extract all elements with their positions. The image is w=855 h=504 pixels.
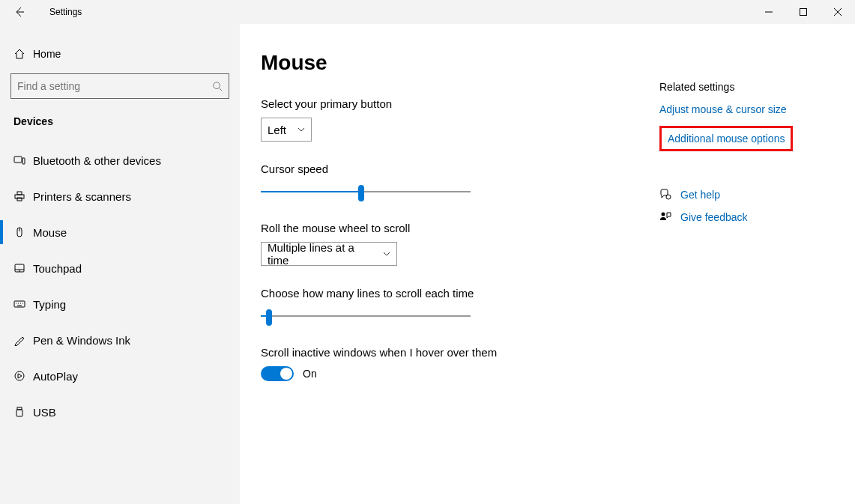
svg-rect-9 — [14, 301, 25, 307]
svg-point-13 — [666, 195, 671, 199]
mouse-icon — [13, 226, 25, 238]
close-icon — [834, 8, 842, 16]
usb-icon — [13, 406, 25, 418]
sidebar-item-label: Typing — [33, 298, 66, 311]
cursor-speed-slider[interactable] — [261, 183, 471, 201]
touchpad-icon — [13, 262, 25, 274]
home-icon — [13, 48, 25, 60]
search-icon — [212, 81, 223, 91]
sidebar-item-bluetooth[interactable]: Bluetooth & other devices — [0, 142, 240, 178]
title-bar: Settings — [0, 0, 855, 24]
minimize-icon — [765, 8, 773, 16]
sidebar-item-label: AutoPlay — [33, 370, 78, 383]
section-label: Devices — [0, 108, 240, 135]
svg-rect-2 — [14, 157, 22, 163]
help-icon — [659, 189, 671, 201]
svg-point-1 — [214, 82, 220, 89]
printer-icon — [13, 190, 25, 202]
additional-mouse-options-link[interactable]: Additional mouse options — [659, 126, 793, 151]
adjust-mouse-link[interactable]: Adjust mouse & cursor size — [659, 103, 793, 115]
get-help-label: Get help — [680, 189, 720, 201]
maximize-icon — [800, 8, 807, 16]
sidebar-item-label: USB — [33, 406, 56, 419]
window-title: Settings — [49, 7, 82, 17]
search-field[interactable] — [17, 80, 212, 92]
chevron-down-icon — [383, 252, 390, 256]
autoplay-icon — [13, 370, 25, 382]
inactive-scroll-label: Scroll inactive windows when I hover ove… — [261, 346, 650, 359]
sidebar-item-mouse[interactable]: Mouse — [0, 214, 240, 250]
sidebar-item-printers[interactable]: Printers & scanners — [0, 178, 240, 214]
sidebar-item-usb[interactable]: USB — [0, 394, 240, 430]
pen-icon — [13, 334, 25, 346]
primary-button-label: Select your primary button — [261, 97, 650, 110]
svg-rect-5 — [17, 192, 22, 195]
nav-list: Bluetooth & other devices Printers & sca… — [0, 142, 240, 430]
scroll-mode-label: Roll the mouse wheel to scroll — [261, 222, 650, 234]
get-help-link[interactable]: Get help — [659, 189, 793, 201]
page-title: Mouse — [261, 51, 650, 75]
lines-slider[interactable] — [261, 307, 471, 325]
sidebar-item-pen[interactable]: Pen & Windows Ink — [0, 322, 240, 358]
keyboard-icon — [13, 298, 25, 310]
svg-point-14 — [662, 213, 665, 216]
cursor-speed-label: Cursor speed — [261, 163, 650, 175]
arrow-left-icon — [13, 6, 25, 18]
primary-button-select[interactable]: Left — [261, 118, 312, 142]
sidebar: Home Devices Bluetooth & other devices P… — [0, 24, 240, 504]
chevron-down-icon — [297, 127, 305, 132]
close-button[interactable] — [821, 0, 855, 24]
minimize-button[interactable] — [752, 0, 786, 24]
search-input[interactable] — [10, 73, 229, 99]
scroll-mode-select[interactable]: Multiple lines at a time — [261, 242, 397, 266]
back-button[interactable] — [13, 6, 36, 18]
related-heading: Related settings — [659, 81, 793, 93]
feedback-icon — [659, 211, 671, 223]
svg-rect-3 — [22, 158, 25, 164]
sidebar-item-autoplay[interactable]: AutoPlay — [0, 358, 240, 394]
svg-rect-12 — [16, 410, 22, 416]
devices-icon — [13, 154, 25, 166]
home-button[interactable]: Home — [0, 40, 240, 67]
home-label: Home — [33, 48, 61, 60]
svg-rect-0 — [800, 9, 807, 16]
sidebar-item-typing[interactable]: Typing — [0, 286, 240, 322]
sidebar-item-label: Printers & scanners — [33, 190, 131, 203]
inactive-scroll-toggle[interactable] — [261, 366, 294, 381]
sidebar-item-touchpad[interactable]: Touchpad — [0, 250, 240, 286]
related-panel: Related settings Adjust mouse & cursor s… — [650, 51, 793, 504]
lines-label: Choose how many lines to scroll each tim… — [261, 287, 650, 300]
sidebar-item-label: Pen & Windows Ink — [33, 334, 130, 347]
scroll-mode-value: Multiple lines at a time — [268, 241, 377, 267]
inactive-scroll-value: On — [303, 368, 317, 380]
main-content: Mouse Select your primary button Left Cu… — [240, 24, 855, 504]
give-feedback-label: Give feedback — [680, 211, 748, 223]
sidebar-item-label: Touchpad — [33, 262, 82, 275]
sidebar-item-label: Bluetooth & other devices — [33, 154, 161, 167]
svg-point-10 — [15, 371, 24, 380]
maximize-button[interactable] — [786, 0, 821, 24]
give-feedback-link[interactable]: Give feedback — [659, 211, 793, 223]
sidebar-item-label: Mouse — [33, 226, 67, 239]
primary-button-value: Left — [268, 124, 286, 136]
